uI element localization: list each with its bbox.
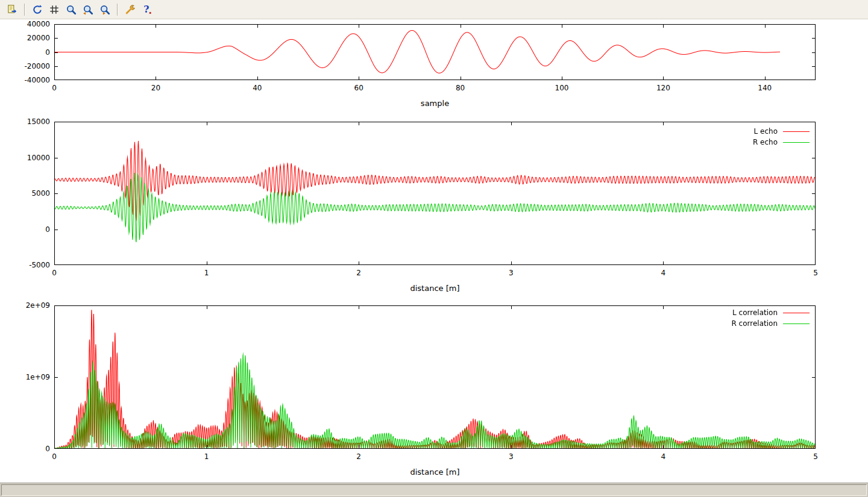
status-field: [1, 484, 867, 496]
legend-line-sample: [783, 142, 810, 143]
y-tick-label: -40000: [24, 76, 50, 84]
x-tick-label: 0: [52, 269, 57, 277]
y-tick-label: 0: [45, 48, 50, 57]
status-bar: [0, 483, 868, 497]
y-tick-label: -5000: [29, 261, 50, 269]
y-tick-label: 20000: [27, 34, 50, 42]
correlation-x-axis-label: distance [m]: [410, 467, 459, 477]
y-tick-label: 5000: [31, 189, 50, 198]
waveform-plot[interactable]: [54, 24, 816, 80]
y-tick-label: 15000: [27, 117, 50, 126]
x-tick-label: 1: [204, 269, 209, 277]
gnuplot-window: ? 020406080100120140-40000-2000002000040…: [0, 0, 868, 497]
legend-label: L echo: [754, 127, 778, 136]
x-tick-label: 60: [354, 84, 363, 92]
x-tick-label: 3: [509, 269, 514, 277]
x-tick-label: 0: [52, 452, 57, 461]
y-tick-label: 2e+09: [26, 301, 50, 310]
x-tick-label: 40: [253, 84, 262, 92]
legend-line-sample: [783, 313, 810, 313]
y-tick-label: 0: [45, 445, 50, 453]
waveform-x-axis-label: sample: [421, 99, 449, 108]
y-tick-label: 10000: [27, 154, 50, 162]
correlation-plot[interactable]: [54, 305, 816, 449]
y-tick-label: 1e+09: [26, 373, 50, 381]
charts-region: 020406080100120140-40000-200000200004000…: [0, 0, 868, 497]
x-tick-label: 5: [813, 452, 818, 461]
x-tick-label: 0: [52, 84, 57, 92]
echo-x-axis-label: distance [m]: [410, 284, 459, 293]
y-tick-label: 0: [45, 225, 50, 234]
legend-line-sample: [783, 324, 810, 324]
x-tick-label: 2: [356, 452, 361, 461]
echo-plot[interactable]: [54, 122, 816, 265]
x-tick-label: 4: [661, 269, 666, 277]
x-tick-label: 120: [656, 84, 670, 92]
legend-label: L correlation: [732, 308, 778, 317]
legend-label: R echo: [753, 138, 778, 146]
x-tick-label: 5: [813, 269, 818, 277]
x-tick-label: 80: [456, 84, 465, 92]
x-tick-label: 2: [356, 269, 361, 277]
x-tick-label: 4: [661, 452, 666, 461]
x-tick-label: 100: [555, 84, 569, 92]
legend-label: R correlation: [731, 319, 778, 328]
x-tick-label: 20: [151, 84, 160, 92]
x-tick-label: 3: [509, 452, 514, 461]
y-tick-label: -20000: [24, 62, 50, 70]
legend-line-sample: [783, 131, 810, 132]
x-tick-label: 140: [758, 84, 772, 92]
y-tick-label: 40000: [27, 20, 50, 28]
x-tick-label: 1: [204, 452, 209, 461]
